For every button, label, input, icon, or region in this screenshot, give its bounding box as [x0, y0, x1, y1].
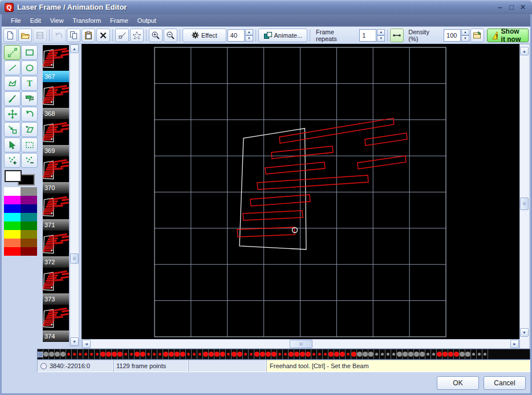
timeline-frame-dot[interactable]	[186, 349, 192, 359]
timeline-frame-dot[interactable]	[123, 349, 129, 359]
density-value[interactable]: 100	[444, 29, 461, 42]
frame-repeats-down-button[interactable]: ▼	[377, 35, 385, 42]
menu-item-file[interactable]: File	[6, 15, 26, 26]
timeline-frame-dot[interactable]	[100, 349, 106, 359]
tool-brush[interactable]	[4, 91, 21, 106]
timeline-frame-dot[interactable]	[192, 349, 197, 359]
timeline-frame-dot[interactable]	[431, 349, 437, 359]
timeline-frame-dot[interactable]	[420, 349, 425, 359]
timeline-frame-dot[interactable]	[38, 349, 43, 359]
palette-color-dark-5[interactable]	[21, 230, 37, 239]
menu-item-view[interactable]: View	[46, 15, 68, 26]
frame-item-369[interactable]: 369	[43, 119, 69, 156]
tool-rectangle[interactable]	[21, 45, 38, 60]
maximize-button[interactable]: □	[506, 2, 517, 13]
frame-thumbnail[interactable]	[43, 194, 69, 219]
timeline-frame-dot[interactable]	[214, 349, 220, 359]
palette-color-7[interactable]	[4, 247, 21, 256]
close-button[interactable]: ✕	[517, 2, 529, 13]
tool-remove-points[interactable]	[21, 153, 38, 168]
timeline-frame-dot[interactable]	[89, 349, 95, 359]
timeline-frame-dot[interactable]	[83, 349, 89, 359]
frame-item-370[interactable]: 370	[43, 156, 69, 194]
timeline-frame-dot[interactable]	[391, 349, 397, 359]
edit-point-button[interactable]	[115, 29, 129, 42]
scroll-up-arrow[interactable]: ▲	[70, 45, 79, 53]
timeline-frame-dot[interactable]	[283, 349, 289, 359]
timeline-frame-dot[interactable]	[328, 349, 334, 359]
scroll-up-arrow[interactable]: ▲	[520, 47, 529, 55]
timeline-frame-dot[interactable]	[152, 349, 157, 359]
frame-list-scrollbar[interactable]: ▲ ☰ ▼	[70, 44, 79, 346]
tool-rotate[interactable]	[21, 107, 38, 122]
effect-button[interactable]: Effect	[182, 29, 226, 42]
density-down-button[interactable]: ▼	[461, 35, 469, 42]
frame-number-label[interactable]: 368	[43, 108, 69, 119]
timeline-frame-dot[interactable]	[442, 349, 448, 359]
palette-color-dark-1[interactable]	[21, 196, 37, 204]
effect-up-button[interactable]: ▲	[245, 29, 253, 35]
frame-thumbnail[interactable]	[43, 156, 69, 182]
timeline-frame-dot[interactable]	[271, 349, 277, 359]
effect-value[interactable]: 40	[228, 29, 245, 42]
timeline-frame-dot[interactable]	[317, 349, 323, 359]
timeline-frame-dot[interactable]	[300, 349, 306, 359]
cancel-button[interactable]: Cancel	[484, 376, 526, 390]
timeline-frame-dot[interactable]	[174, 349, 180, 359]
timeline-frame-dot[interactable]	[357, 349, 363, 359]
frame-thumbnail[interactable]	[43, 305, 69, 330]
tool-roller[interactable]	[21, 91, 38, 106]
palette-color-5[interactable]	[4, 230, 21, 239]
zoom-in-button[interactable]	[149, 29, 163, 42]
palette-color-dark-3[interactable]	[21, 213, 37, 221]
timeline-frame-dot[interactable]	[112, 349, 117, 359]
tool-polygon[interactable]	[4, 76, 21, 91]
menu-item-output[interactable]: Output	[133, 15, 161, 26]
open-button[interactable]	[18, 29, 32, 42]
timeline-frame-dot[interactable]	[385, 349, 391, 359]
new-button[interactable]	[3, 29, 17, 42]
tool-line[interactable]	[4, 61, 21, 75]
frame-number-label[interactable]: 370	[43, 182, 69, 194]
timeline-frame-dot[interactable]	[289, 349, 294, 359]
timeline-frame-dot[interactable]	[311, 349, 317, 359]
foreground-swatch[interactable]	[5, 170, 22, 182]
ok-button[interactable]: OK	[437, 376, 479, 390]
timeline-frame-dot[interactable]	[425, 349, 431, 359]
beam-button[interactable]	[390, 29, 404, 42]
timeline-frame-dot[interactable]	[249, 349, 254, 359]
frame-item-367[interactable]: 367	[43, 45, 69, 82]
frame-number-label[interactable]: 371	[43, 219, 69, 231]
delete-button[interactable]	[96, 29, 110, 42]
timeline-frame-dot[interactable]	[448, 349, 454, 359]
tool-text[interactable]: T	[21, 76, 38, 91]
timeline-frame-dot[interactable]	[465, 349, 471, 359]
timeline-frame-dot[interactable]	[243, 349, 249, 359]
scroll-right-arrow[interactable]: ►	[510, 340, 519, 348]
effect-down-button[interactable]: ▼	[245, 35, 253, 42]
timeline-frame-dot[interactable]	[43, 349, 49, 359]
timeline-frame-dot[interactable]	[95, 349, 100, 359]
scroll-thumb[interactable]: ☰	[70, 253, 79, 264]
timeline-frame-dot[interactable]	[277, 349, 283, 359]
tool-select[interactable]	[4, 138, 21, 152]
timeline-frame-dot[interactable]	[374, 349, 380, 359]
timeline-frame-dot[interactable]	[209, 349, 214, 359]
menu-item-transform[interactable]: Transform	[68, 15, 105, 26]
timeline-frame-dot[interactable]	[49, 349, 55, 359]
timeline-frame-dot[interactable]	[323, 349, 328, 359]
frame-thumbnail[interactable]	[43, 45, 69, 71]
frame-item-373[interactable]: 373	[43, 268, 69, 305]
tool-rect-select[interactable]	[21, 138, 38, 152]
scroll-down-arrow[interactable]: ▼	[70, 337, 79, 346]
tool-ellipse[interactable]	[21, 61, 38, 75]
timeline-frame-dot[interactable]	[232, 349, 237, 359]
palette-color-1[interactable]	[4, 196, 21, 204]
timeline-frame-dot[interactable]	[351, 349, 357, 359]
timeline-frame-dot[interactable]	[306, 349, 311, 359]
frame-number-label[interactable]: 374	[43, 330, 69, 342]
timeline-frame-dot[interactable]	[117, 349, 123, 359]
timeline-frame-dot[interactable]	[78, 349, 83, 359]
palette-color-6[interactable]	[4, 239, 21, 247]
palette-color-4[interactable]	[4, 221, 21, 230]
